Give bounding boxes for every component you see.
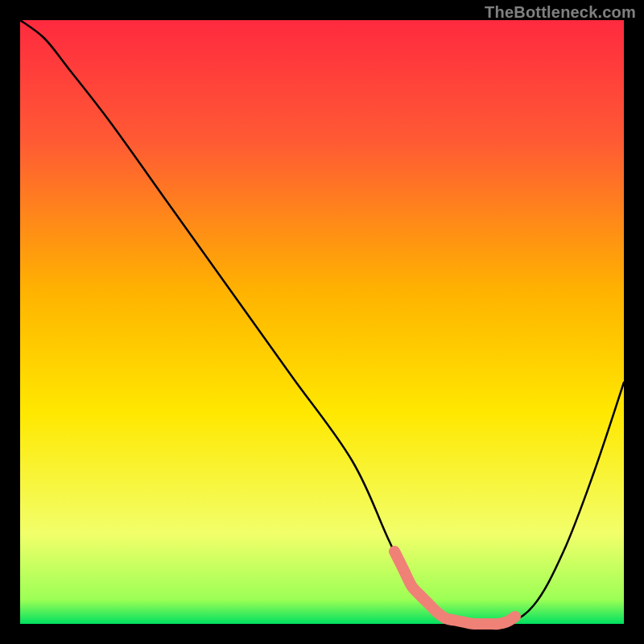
gradient-panel bbox=[20, 20, 624, 624]
bottleneck-chart-svg bbox=[0, 0, 644, 644]
chart-stage: TheBottleneck.com bbox=[0, 0, 644, 644]
